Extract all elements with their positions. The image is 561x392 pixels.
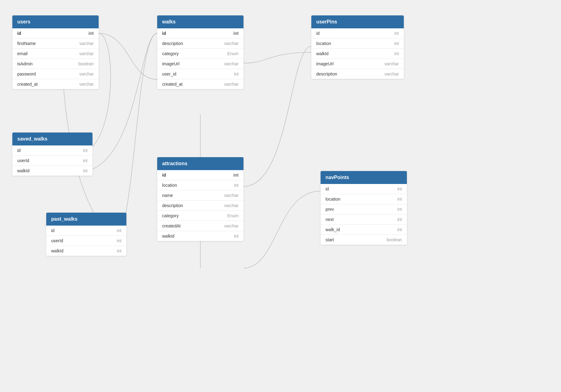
table-row: name varchar bbox=[157, 190, 244, 201]
table-row: id int bbox=[157, 170, 244, 180]
table-walks: walks id int description varchar categor… bbox=[157, 15, 244, 89]
table-row: start boolean bbox=[321, 235, 407, 245]
table-past-walks-header: past_walks bbox=[46, 213, 126, 226]
table-row: location int bbox=[157, 180, 244, 190]
table-row: isAdmin boolean bbox=[12, 59, 99, 69]
table-users-header: users bbox=[12, 15, 99, 28]
table-navpoints-header: navPoints bbox=[321, 171, 407, 184]
table-attractions-header: attractions bbox=[157, 157, 244, 170]
table-row: walk_id int bbox=[321, 225, 407, 235]
table-row: id int bbox=[12, 145, 92, 156]
table-userpins: userPins id int location int walkId int … bbox=[311, 15, 404, 79]
table-row: id int bbox=[46, 226, 126, 236]
table-row: password varchar bbox=[12, 69, 99, 79]
table-row: description varchar bbox=[157, 39, 244, 49]
table-row: location int bbox=[321, 194, 407, 204]
table-row: id int bbox=[157, 28, 244, 39]
table-row: firstName varchar bbox=[12, 39, 99, 49]
table-row: imageUrl varchar bbox=[157, 59, 244, 69]
table-row: walkId int bbox=[46, 246, 126, 256]
table-users: users id int firstName varchar email var… bbox=[12, 15, 99, 89]
table-row: next int bbox=[321, 214, 407, 225]
table-row: walkId int bbox=[12, 166, 92, 176]
diagram-container: users id int firstName varchar email var… bbox=[0, 0, 561, 392]
table-row: category Enum bbox=[157, 49, 244, 59]
table-row: created_at varchar bbox=[157, 79, 244, 89]
table-saved-walks: saved_walks id int userId int walkId int bbox=[12, 133, 92, 176]
table-row: category Enum bbox=[157, 211, 244, 221]
table-row: createdAt varchar bbox=[157, 221, 244, 231]
table-saved-walks-header: saved_walks bbox=[12, 133, 92, 145]
table-row: walkId int bbox=[311, 49, 404, 59]
table-attractions: attractions id int location int name var… bbox=[157, 157, 244, 241]
table-row: userId int bbox=[12, 156, 92, 166]
table-past-walks: past_walks id int userId int walkId int bbox=[46, 213, 126, 256]
table-row: walkId int bbox=[157, 231, 244, 241]
table-row: prev int bbox=[321, 204, 407, 214]
table-row: location int bbox=[311, 39, 404, 49]
table-walks-header: walks bbox=[157, 15, 244, 28]
table-row: email varchar bbox=[12, 49, 99, 59]
table-row: imageUrl varchar bbox=[311, 59, 404, 69]
table-row: created_at varchar bbox=[12, 79, 99, 89]
table-row: userId int bbox=[46, 236, 126, 246]
table-row: id int bbox=[12, 28, 99, 39]
table-row: description varchar bbox=[157, 201, 244, 211]
table-row: id int bbox=[321, 184, 407, 194]
table-row: user_id int bbox=[157, 69, 244, 79]
table-navpoints: navPoints id int location int prev int n… bbox=[321, 171, 407, 245]
table-row: id int bbox=[311, 28, 404, 39]
table-row: description varchar bbox=[311, 69, 404, 79]
table-userpins-header: userPins bbox=[311, 15, 404, 28]
